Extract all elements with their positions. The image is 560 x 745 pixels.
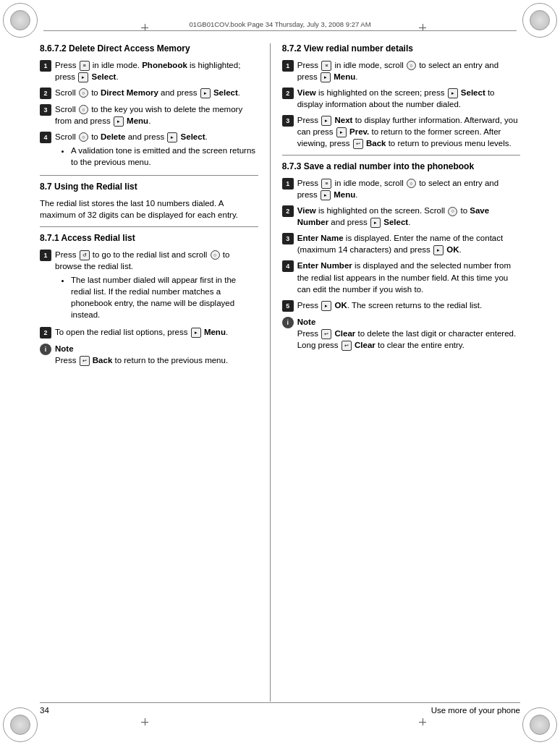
section-8672-title: 8.6.7.2 Delete Direct Access Memory xyxy=(40,43,258,55)
step-872-text-1: Press ≡ in idle mode, scroll ○ to select… xyxy=(297,59,520,82)
step-4-bullets: A validation tone is emitted and the scr… xyxy=(55,145,258,168)
note-label-871: NotePress ↩ Back to return to the previo… xyxy=(55,343,228,366)
step-872-2: 2 View is highlighted on the screen; pre… xyxy=(282,87,520,110)
note-icon-873: i xyxy=(282,317,294,328)
ok-icon-873-3: ▸ xyxy=(433,245,444,255)
section-871-steps: 1 Press ↺ to go to the redial list and s… xyxy=(40,249,258,339)
section-871-title: 8.7.1 Access Redial list xyxy=(40,233,258,244)
scroll-872-1: ○ xyxy=(407,61,416,70)
menu-key-872-1: ≡ xyxy=(321,61,331,71)
step-872-3: 3 Press ▸ Next to display further inform… xyxy=(282,114,520,149)
scroll-873-1: ○ xyxy=(407,179,416,188)
step-873-3: 3 Enter Name is displayed. Enter the nam… xyxy=(282,232,520,255)
step-873-num-2: 2 xyxy=(282,205,294,217)
step-871-2: 2 To open the redial list options, press… xyxy=(40,326,258,339)
step-871-1: 1 Press ↺ to go to the redial list and s… xyxy=(40,249,258,323)
step-871-text-2: To open the redial list options, press ▸… xyxy=(55,326,228,338)
step-873-num-5: 5 xyxy=(282,300,294,312)
header-text: 01GB01COV.book Page 34 Thursday, July 3,… xyxy=(189,20,370,28)
step-text-1: Press ≡ in idle mode. Phonebook is highl… xyxy=(55,59,258,82)
step-num-4: 4 xyxy=(40,132,51,143)
step-872-num-1: 1 xyxy=(282,60,294,72)
section-87-intro: The redial list stores the last 10 numbe… xyxy=(40,197,258,221)
select-873-1: ▸ xyxy=(321,190,331,200)
scroll-icon-871: ○ xyxy=(211,250,220,260)
step-873-text-1: Press ≡ in idle mode, scroll ○ to select… xyxy=(297,177,520,200)
select-key-icon: ▸ xyxy=(78,72,88,82)
step-873-text-4: Enter Number is displayed and the select… xyxy=(297,260,520,294)
step-873-5: 5 Press ▸ OK. The screen returns to the … xyxy=(282,299,520,312)
step-872-1: 1 Press ≡ in idle mode, scroll ○ to sele… xyxy=(282,59,520,82)
section-8672-steps: 1 Press ≡ in idle mode. Phonebook is hig… xyxy=(40,59,258,170)
step-871-bullets: The last number dialed will appear first… xyxy=(55,274,258,320)
section-873-title: 8.7.3 Save a redial number into the phon… xyxy=(282,161,520,173)
step-8672-2: 2 Scroll ○ to Direct Memory and press ▸ … xyxy=(40,87,258,99)
step-num-1: 1 xyxy=(40,60,51,72)
corner-decoration-bl xyxy=(3,707,38,742)
step-873-4: 4 Enter Number is displayed and the sele… xyxy=(282,260,520,294)
section-872: 8.7.2 View redial number details 1 Press… xyxy=(282,43,520,149)
step-872-num-2: 2 xyxy=(282,88,294,99)
scroll-icon-3: ○ xyxy=(79,105,88,114)
select-872-2: ▸ xyxy=(448,88,458,98)
select-key-icon-4: ▸ xyxy=(167,132,177,142)
step-873-2: 2 View is highlighted on the screen. Scr… xyxy=(282,205,520,228)
step-871-num-1: 1 xyxy=(40,250,51,261)
select-873-2: ▸ xyxy=(370,218,381,228)
section-87-title: 8.7 Using the Redial list xyxy=(40,182,258,193)
section-87: 8.7 Using the Redial list The redial lis… xyxy=(40,175,258,221)
right-column: 8.7.2 View redial number details 1 Press… xyxy=(271,43,520,702)
section-873-steps: 1 Press ≡ in idle mode, scroll ○ to sele… xyxy=(282,177,520,312)
step-873-1: 1 Press ≡ in idle mode, scroll ○ to sele… xyxy=(282,177,520,200)
two-column-layout: 8.6.7.2 Delete Direct Access Memory 1 Pr… xyxy=(40,43,520,702)
back-icon-871: ↩ xyxy=(80,356,90,366)
next-icon-872: ▸ xyxy=(321,116,331,126)
ok-icon-873-5: ▸ xyxy=(321,301,331,311)
section-8672: 8.6.7.2 Delete Direct Access Memory 1 Pr… xyxy=(40,43,258,169)
step-873-text-2: View is highlighted on the screen. Scrol… xyxy=(297,205,520,228)
footer-right-text: Use more of your phone xyxy=(431,706,520,715)
step-873-text-3: Enter Name is displayed. Enter the name … xyxy=(297,232,520,255)
step-num-3: 3 xyxy=(40,104,51,116)
step-871-bullet-1: The last number dialed will appear first… xyxy=(71,274,258,320)
step-8672-3: 3 Scroll ○ to the key you wish to delete… xyxy=(40,103,258,127)
corner-decoration-tr xyxy=(522,3,557,38)
step-8672-4: 4 Scroll ○ to Delete and press ▸ Select.… xyxy=(40,131,258,169)
step-872-text-2: View is highlighted on the screen; press… xyxy=(297,87,520,110)
prev-icon-872: ▸ xyxy=(336,127,347,137)
step-871-text-1: Press ↺ to go to the redial list and scr… xyxy=(55,250,229,271)
section-872-title: 8.7.2 View redial number details xyxy=(282,43,520,55)
menu-key-icon: ≡ xyxy=(80,61,90,71)
section-873: 8.7.3 Save a redial number into the phon… xyxy=(282,155,520,351)
step-8672-1: 1 Press ≡ in idle mode. Phonebook is hig… xyxy=(40,59,258,82)
note-871: i NotePress ↩ Back to return to the prev… xyxy=(40,343,258,366)
section-872-steps: 1 Press ≡ in idle mode, scroll ○ to sele… xyxy=(282,59,520,150)
step-text-4: Scroll ○ to Delete and press ▸ Select. xyxy=(55,132,208,141)
clear-icon-873b: ↩ xyxy=(341,341,352,351)
step-871-num-2: 2 xyxy=(40,327,51,339)
step-873-num-3: 3 xyxy=(282,233,294,244)
note-873: i NotePress ↩ Clear to delete the last d… xyxy=(282,316,520,351)
footer-bar: 34 Use more of your phone xyxy=(40,702,520,715)
note-label-873: NotePress ↩ Clear to delete the last dig… xyxy=(297,316,520,351)
back-icon-872: ↩ xyxy=(353,139,363,149)
section-871: 8.7.1 Access Redial list 1 Press ↺ to go… xyxy=(40,226,258,366)
select-872-1: ▸ xyxy=(321,72,331,82)
select-key-icon-2: ▸ xyxy=(200,88,211,98)
clear-icon-873: ↩ xyxy=(321,329,331,339)
step-num-2: 2 xyxy=(40,88,51,99)
redial-key-icon: ↺ xyxy=(80,250,90,260)
step-873-text-5: Press ▸ OK. The screen returns to the re… xyxy=(297,299,482,311)
scroll-icon-2: ○ xyxy=(79,88,88,98)
header-bar: 01GB01COV.book Page 34 Thursday, July 3,… xyxy=(43,20,517,31)
content-area: 8.6.7.2 Delete Direct Access Memory 1 Pr… xyxy=(40,43,520,702)
step-872-text-3: Press ▸ Next to display further informat… xyxy=(297,114,520,149)
corner-decoration-tl xyxy=(3,3,38,38)
step-873-num-1: 1 xyxy=(282,178,294,190)
step-text-3: Scroll ○ to the key you wish to delete t… xyxy=(55,103,258,127)
step-4-bullet-1: A validation tone is emitted and the scr… xyxy=(71,145,258,168)
left-column: 8.6.7.2 Delete Direct Access Memory 1 Pr… xyxy=(40,43,271,702)
page-number: 34 xyxy=(40,706,49,715)
menu-key-873-1: ≡ xyxy=(321,179,331,189)
corner-decoration-br xyxy=(522,707,557,742)
